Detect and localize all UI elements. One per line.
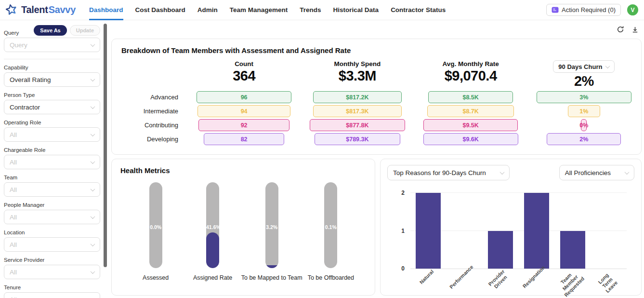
filter-select-capability[interactable]: Overall Rating xyxy=(4,72,100,87)
breakdown-col-head: Monthly Spend$3.3M xyxy=(310,60,405,90)
nav-item-team-management[interactable]: Team Management xyxy=(230,0,288,20)
x-label-provider-driven: Provider Driven xyxy=(487,268,510,291)
nav-item-cost-dashboard[interactable]: Cost Dashboard xyxy=(135,0,185,20)
column-total-90-days-churn: 2% xyxy=(574,74,594,88)
chevron-down-icon xyxy=(91,242,95,246)
health-metrics-row: 0.0%Assessed41.6%Assigned Rate3.2%To be … xyxy=(120,182,366,281)
nav-item-historical-data[interactable]: Historical Data xyxy=(333,0,379,20)
health-metric-label: Assessed xyxy=(143,274,169,281)
update-button[interactable]: Update xyxy=(70,25,100,36)
filter-label-operating-role: Operating Role xyxy=(4,120,100,125)
action-required-button[interactable]: Action Required (0) xyxy=(546,4,621,16)
query-select-value: Query xyxy=(10,41,27,49)
bar-slot-team-member-requested xyxy=(554,193,591,269)
y-tick-2: 2 xyxy=(401,190,405,196)
churn-bar-natural xyxy=(416,193,441,269)
main-nav: DashboardCost DashboardAdminTeam Managem… xyxy=(89,0,446,20)
filter-select-people-manager[interactable]: All xyxy=(4,210,100,224)
health-gauge-value: 0.1% xyxy=(324,224,337,230)
proficiency-dropdown[interactable]: All Proficiencies xyxy=(559,165,634,180)
column-total-avg-monthly-rate: $9,070.4 xyxy=(445,69,497,83)
nav-item-dashboard[interactable]: Dashboard xyxy=(89,0,123,20)
nav-item-trends[interactable]: Trends xyxy=(300,0,321,20)
filter-select-value: Contractor xyxy=(10,104,40,111)
filter-select-value: All xyxy=(10,214,17,221)
filter-select-person-type[interactable]: Contractor xyxy=(4,100,100,114)
health-gauge: 0.1% xyxy=(324,182,337,268)
filter-label-person-type: Person Type xyxy=(4,92,100,98)
breakdown-col-head: Count364 xyxy=(197,60,291,90)
stat-bar-count-advanced: 96 xyxy=(197,91,291,103)
health-gauge-fill xyxy=(206,232,219,268)
chevron-down-icon xyxy=(91,77,95,81)
filter-select-value: All xyxy=(10,296,17,298)
churn-reason-dropdown[interactable]: Top Reasons for 90-Days Churn xyxy=(387,165,510,180)
bar-slot-long-term-leave xyxy=(591,193,627,269)
query-select[interactable]: Query xyxy=(4,38,100,52)
stat-bar-avg-monthly-rate-developing: $9.6K xyxy=(423,133,518,145)
filter-label-service-provider: Service Provider xyxy=(4,257,100,263)
stat-bar-90-days-churn-developing: 2% xyxy=(547,133,621,145)
health-gauge-value: 3.2% xyxy=(265,224,278,230)
health-metrics-card: Health Metrics 0.0%Assessed41.6%Assigned… xyxy=(111,159,375,296)
chevron-down-icon xyxy=(91,159,95,164)
filter-label-capability: Capability xyxy=(4,65,100,70)
breakdown-title: Breakdown of Team Members with Assessmen… xyxy=(121,46,631,54)
filter-select-tenure[interactable]: All xyxy=(4,292,100,298)
chart-x-axis-labels: NaturalPerformanceProvider DrivenResigna… xyxy=(410,269,627,298)
stat-bar-avg-monthly-rate-intermediate: $8.7K xyxy=(427,105,513,117)
bar-slot-natural xyxy=(410,193,447,269)
proficiency-dropdown-value: All Proficiencies xyxy=(565,169,611,176)
chevron-down-icon xyxy=(605,64,610,68)
chevron-down-icon xyxy=(91,187,95,191)
filter-list: CapabilityOverall RatingPerson TypeContr… xyxy=(4,65,100,298)
filter-select-team[interactable]: All xyxy=(4,182,100,197)
x-label-team-member-requested: Team Member Requested xyxy=(555,267,586,298)
download-icon[interactable] xyxy=(631,26,639,33)
column-total-monthly-spend: $3.3M xyxy=(339,69,376,83)
filter-sidebar: Query Save As Update Query CapabilityOve… xyxy=(0,20,111,298)
filter-select-value: Overall Rating xyxy=(10,76,51,83)
filter-label-chargeable-role: Chargeable Role xyxy=(4,147,100,153)
sidebar-scrollbar[interactable] xyxy=(104,24,107,267)
avatar[interactable]: V xyxy=(627,4,638,15)
sidebar-divider xyxy=(4,59,100,59)
action-required-icon xyxy=(552,6,559,14)
filter-select-location[interactable]: All xyxy=(4,237,100,252)
x-label-slot-provider-driven: Provider Driven xyxy=(483,269,519,298)
y-tick-0: 0 xyxy=(401,265,405,272)
bar-slot-provider-driven xyxy=(483,193,519,269)
stat-bar-90-days-churn-advanced: 3% xyxy=(537,91,631,103)
breakdown-col-head: Avg. Monthly Rate$9,070.4 xyxy=(423,60,518,90)
health-gauge-value: 41.6% xyxy=(206,224,219,230)
breakdown-row-labels: AdvancedIntermediateContributingDevelopi… xyxy=(121,60,178,146)
stat-bar-count-intermediate: 94 xyxy=(197,105,290,117)
refresh-icon[interactable] xyxy=(617,26,624,33)
churn-bar-team-member-requested xyxy=(560,231,585,269)
save-as-button[interactable]: Save As xyxy=(34,25,66,36)
nav-item-contractor-status[interactable]: Contractor Status xyxy=(391,0,446,20)
brand-logo[interactable]: TalentSavvy xyxy=(5,3,83,16)
column-header-count: Count xyxy=(235,60,253,68)
filter-select-operating-role[interactable]: All xyxy=(4,127,100,142)
chart-bars xyxy=(410,193,627,269)
health-gauge-fill xyxy=(265,265,278,268)
chevron-down-icon xyxy=(91,269,95,274)
filter-select-service-provider[interactable]: All xyxy=(4,265,100,279)
chevron-down-icon xyxy=(91,297,95,298)
row-label-advanced: Advanced xyxy=(121,91,178,103)
brand-name-right: Savvy xyxy=(49,4,76,15)
stat-bar-avg-monthly-rate-advanced: $8.5K xyxy=(428,91,513,103)
x-label-natural: Natural xyxy=(419,269,435,285)
filter-label-people-manager: People Manager xyxy=(4,202,100,208)
churn-chart-card: Top Reasons for 90-Days Churn All Profic… xyxy=(380,159,642,296)
filter-select-chargeable-role[interactable]: All xyxy=(4,155,100,169)
nav-item-admin[interactable]: Admin xyxy=(197,0,218,20)
x-label-slot-long-term-leave: Long Term Leave xyxy=(591,269,627,298)
churn-period-dropdown-value: 90 Days Churn xyxy=(558,63,602,70)
churn-bar-chart: 012 NaturalPerformanceProvider DrivenRes… xyxy=(410,193,627,298)
filter-select-value: All xyxy=(10,186,17,193)
churn-period-dropdown[interactable]: 90 Days Churn xyxy=(553,60,615,73)
health-gauge: 0.0% xyxy=(149,182,162,268)
query-label: Query xyxy=(4,30,19,36)
